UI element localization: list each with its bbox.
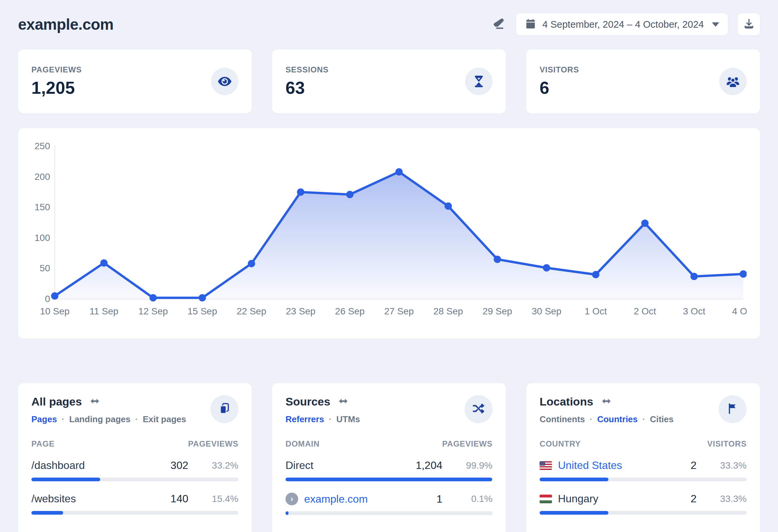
- svg-text:11 Sep: 11 Sep: [89, 306, 119, 317]
- pageviews-area-chart[interactable]: 05010015020025010 Sep11 Sep12 Sep15 Sep2…: [31, 140, 747, 329]
- sources-tabs: Referrers UTMs: [286, 414, 360, 425]
- breakdown-row: All pages Pages Landing pages Exit pages…: [18, 383, 760, 532]
- page-name: /websites: [31, 493, 138, 505]
- stat-value: 63: [286, 78, 328, 98]
- locations-tabs: Continents Countries Cities: [540, 414, 674, 425]
- progress-bar: [31, 477, 238, 481]
- table-row[interactable]: /dashboard 302 33.2%: [31, 459, 238, 481]
- row-percent: 99.9%: [443, 460, 492, 471]
- eye-icon: [211, 68, 238, 95]
- all-pages-card: All pages Pages Landing pages Exit pages…: [18, 383, 252, 532]
- svg-text:4 Oct: 4 Oct: [732, 306, 747, 317]
- row-value: 1: [392, 493, 443, 505]
- swap-horizontal-icon[interactable]: [337, 395, 349, 408]
- date-range-label: 4 September, 2024 – 4 October, 2024: [542, 19, 704, 30]
- tab-countries[interactable]: Countries: [585, 414, 638, 425]
- page-title: example.com: [18, 15, 113, 33]
- row-value: 2: [646, 459, 697, 471]
- stat-label: SESSIONS: [286, 65, 328, 74]
- svg-text:28 Sep: 28 Sep: [434, 306, 463, 317]
- calendar-icon: [525, 18, 536, 31]
- progress-bar: [540, 511, 747, 515]
- table-row[interactable]: Direct 1,204 99.9%: [286, 459, 492, 481]
- hourglass-icon: [465, 68, 492, 95]
- table-row[interactable]: United States 2 33.3%: [540, 459, 747, 481]
- clear-filters-button[interactable]: [491, 17, 506, 32]
- tab-utms[interactable]: UTMs: [324, 414, 360, 425]
- stat-card-visitors: VISITORS 6: [526, 50, 760, 113]
- svg-text:23 Sep: 23 Sep: [286, 306, 316, 317]
- stat-value: 6: [540, 78, 579, 98]
- locations-detail-button[interactable]: [718, 395, 747, 423]
- pages-tabs: Pages Landing pages Exit pages: [31, 414, 186, 425]
- svg-text:3 Oct: 3 Oct: [683, 306, 705, 317]
- country-link: United States: [540, 459, 646, 471]
- hungary-flag-icon: [540, 495, 552, 503]
- svg-text:100: 100: [34, 233, 50, 243]
- download-button[interactable]: [738, 13, 760, 35]
- stat-card-pageviews: PAGEVIEWS 1,205: [18, 50, 252, 113]
- stat-label: VISITORS: [540, 65, 579, 74]
- sources-card: Sources Referrers UTMs DOMAIN PAGEVIEWS: [272, 383, 506, 532]
- copy-pages-icon: [218, 402, 231, 417]
- svg-text:26 Sep: 26 Sep: [335, 306, 365, 317]
- table-row[interactable]: › example.com 1 0.1%: [286, 493, 492, 515]
- us-flag-icon: [540, 461, 552, 470]
- card-title: All pages: [31, 395, 82, 408]
- svg-text:15 Sep: 15 Sep: [187, 306, 217, 317]
- tab-exit-pages[interactable]: Exit pages: [131, 414, 186, 425]
- svg-text:29 Sep: 29 Sep: [482, 306, 512, 317]
- svg-text:0: 0: [45, 294, 50, 304]
- table-row[interactable]: Hungary 2 33.3%: [540, 493, 747, 515]
- sources-detail-button[interactable]: [464, 395, 492, 423]
- column-header: DOMAIN: [286, 439, 320, 449]
- svg-text:1 Oct: 1 Oct: [585, 306, 607, 317]
- source-link: › example.com: [286, 493, 392, 505]
- svg-text:27 Sep: 27 Sep: [384, 306, 414, 317]
- card-title: Locations: [540, 395, 593, 408]
- country-name[interactable]: United States: [558, 459, 622, 471]
- table-row[interactable]: /websites 140 15.4%: [31, 493, 238, 515]
- row-percent: 33.2%: [188, 460, 238, 471]
- tab-referrers[interactable]: Referrers: [286, 414, 324, 425]
- shuffle-icon: [472, 402, 485, 417]
- topbar: example.com 4 September, 2024 – 4 Octobe…: [18, 11, 760, 37]
- eraser-icon: [491, 17, 505, 32]
- row-value: 140: [138, 493, 188, 505]
- chevron-down-icon: [712, 22, 719, 27]
- svg-text:2 Oct: 2 Oct: [634, 306, 656, 317]
- chevron-right-icon[interactable]: ›: [286, 493, 298, 505]
- row-value: 1,204: [392, 459, 443, 471]
- users-icon: [719, 68, 747, 95]
- flag-icon: [726, 402, 739, 416]
- pages-detail-button[interactable]: [210, 395, 238, 423]
- progress-bar: [540, 477, 747, 481]
- source-name[interactable]: example.com: [304, 493, 368, 505]
- stat-value: 1,205: [31, 78, 82, 98]
- country-name[interactable]: Hungary: [558, 493, 598, 505]
- row-value: 2: [646, 493, 697, 505]
- tab-pages[interactable]: Pages: [31, 414, 57, 425]
- column-header: PAGEVIEWS: [188, 439, 238, 449]
- pageviews-chart-card: 05010015020025010 Sep11 Sep12 Sep15 Sep2…: [18, 128, 760, 339]
- tab-landing-pages[interactable]: Landing pages: [57, 414, 131, 425]
- source-name: Direct: [286, 459, 392, 471]
- column-header: COUNTRY: [540, 439, 581, 449]
- svg-text:10 Sep: 10 Sep: [40, 306, 70, 317]
- tab-cities[interactable]: Cities: [638, 414, 674, 425]
- date-range-picker[interactable]: 4 September, 2024 – 4 October, 2024: [516, 13, 728, 35]
- svg-text:30 Sep: 30 Sep: [532, 306, 561, 317]
- svg-text:200: 200: [34, 172, 50, 182]
- svg-text:50: 50: [40, 263, 50, 273]
- tab-continents[interactable]: Continents: [540, 414, 585, 425]
- swap-horizontal-icon[interactable]: [601, 395, 612, 408]
- row-percent: 33.3%: [697, 494, 747, 504]
- card-title: Sources: [286, 395, 330, 408]
- row-percent: 0.1%: [443, 494, 492, 504]
- download-icon: [743, 18, 755, 31]
- row-value: 302: [138, 459, 188, 471]
- swap-horizontal-icon[interactable]: [89, 395, 100, 408]
- column-header: PAGE: [31, 439, 55, 449]
- row-percent: 33.3%: [697, 460, 747, 471]
- country-link: Hungary: [540, 493, 646, 505]
